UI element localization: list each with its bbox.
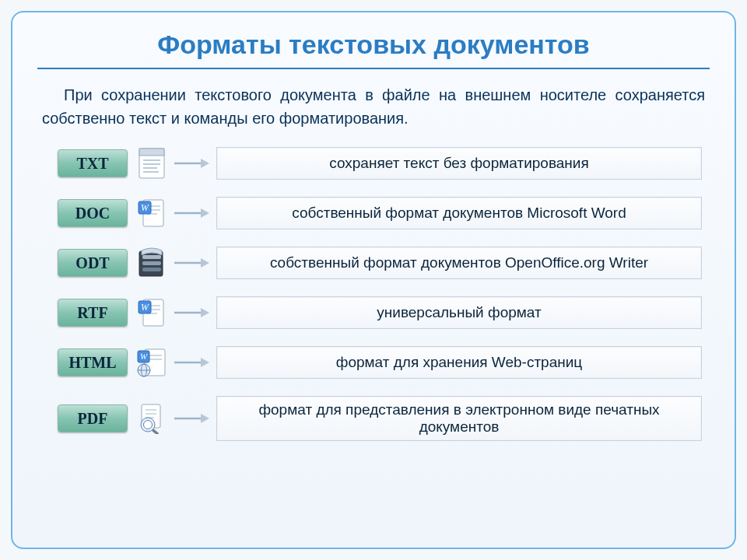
svg-rect-46 (152, 429, 160, 434)
svg-marker-48 (201, 414, 209, 423)
svg-marker-21 (201, 258, 209, 268)
svg-marker-7 (201, 159, 209, 168)
arrow-icon (173, 151, 210, 176)
doc-file-icon: W (135, 197, 168, 229)
svg-point-45 (144, 421, 153, 429)
arrow-icon (173, 406, 210, 431)
txt-file-icon (135, 147, 168, 180)
pdf-file-icon (135, 402, 168, 435)
format-row-doc: DOC W собственный формат документов Micr… (37, 197, 710, 229)
format-badge-html: HTML (58, 348, 128, 376)
html-file-icon: W (135, 346, 168, 379)
format-row-rtf: RTF W универсальный формат (37, 296, 710, 329)
svg-rect-19 (142, 268, 161, 271)
svg-rect-1 (139, 149, 164, 156)
arrow-icon (173, 250, 210, 275)
format-badge-pdf: PDF (58, 404, 128, 432)
format-row-html: HTML W формат для хранения Web-страниц (37, 346, 710, 379)
format-row-txt: TXT сохраняет текст без форматирования (37, 147, 710, 180)
svg-text:W: W (141, 302, 149, 313)
svg-marker-29 (201, 308, 209, 317)
format-badge-rtf: RTF (58, 299, 128, 327)
format-badge-txt: TXT (58, 149, 128, 177)
format-row-odt: ODT собственный формат документов OpenOf… (37, 247, 710, 279)
rtf-file-icon: W (135, 296, 168, 329)
arrow-icon (173, 350, 210, 375)
format-description-odt: собственный формат документов OpenOffice… (216, 247, 702, 279)
format-badge-odt: ODT (58, 249, 128, 277)
format-description-doc: собственный формат документов Microsoft … (216, 197, 702, 229)
format-description-rtf: универсальный формат (216, 296, 702, 329)
arrow-icon (173, 201, 210, 226)
format-badge-doc: DOC (58, 199, 128, 227)
format-description-html: формат для хранения Web-страниц (216, 346, 702, 379)
slide-frame: Форматы текстовых документов При сохране… (11, 11, 736, 549)
intro-paragraph: При сохранении текстового документа в фа… (37, 83, 710, 130)
svg-marker-39 (201, 358, 209, 367)
slide-title: Форматы текстовых документов (37, 30, 710, 69)
svg-rect-18 (142, 261, 161, 265)
svg-rect-17 (142, 255, 161, 259)
svg-text:W: W (141, 202, 149, 213)
format-description-pdf: формат для представления в электронном в… (216, 396, 702, 441)
arrow-icon (173, 300, 210, 325)
format-description-txt: сохраняет текст без форматирования (216, 147, 702, 180)
svg-marker-15 (201, 208, 209, 218)
odt-file-icon (135, 247, 168, 279)
svg-text:W: W (140, 352, 148, 361)
format-row-pdf: PDF формат для представления в электронн… (37, 396, 710, 441)
